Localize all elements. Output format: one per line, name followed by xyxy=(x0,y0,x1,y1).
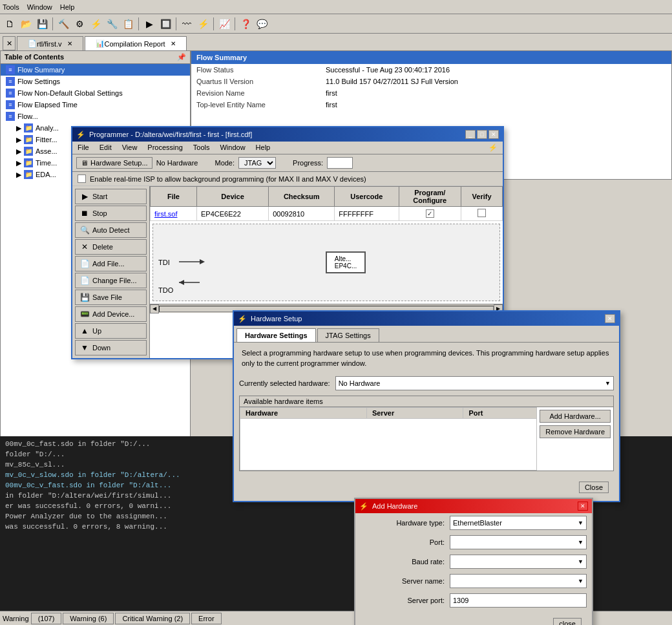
fitter-sidebar-icon: 📁 xyxy=(24,135,33,144)
svg-marker-1 xyxy=(200,259,205,264)
add-device-button[interactable]: 📟 Add Device... xyxy=(75,306,147,322)
verify-checkbox[interactable] xyxy=(478,209,486,217)
sidebar-item-flow-elapsed[interactable]: ≡ Flow Elapsed Time xyxy=(1,99,190,111)
flow-summary-title: Flow Summary xyxy=(196,54,247,61)
tab-rtl[interactable]: 📄 rtl/first.v ✕ xyxy=(17,36,83,50)
programmer-table: File Device Checksum Usercode Program/Co… xyxy=(150,186,503,221)
hw-setup-close-btn[interactable]: ✕ xyxy=(605,314,615,323)
add-file-button[interactable]: 📄 Add File... xyxy=(75,256,147,271)
program-cell[interactable]: ✓ xyxy=(399,207,461,221)
sidebar-title-text: Table of Contents xyxy=(5,53,64,61)
tab-hardware-settings[interactable]: Hardware Settings xyxy=(236,328,316,342)
sidebar-item-flow-summary[interactable]: ≡ Flow Summary xyxy=(1,64,190,76)
add-hardware-button[interactable]: Add Hardware... xyxy=(540,410,611,423)
open-icon[interactable]: 📂 xyxy=(19,17,33,31)
remove-hardware-button[interactable]: Remove Hardware xyxy=(540,425,611,438)
new-icon[interactable]: 🗋 xyxy=(3,17,17,31)
auto-detect-button[interactable]: 🔍 Auto Detect xyxy=(75,222,147,238)
hw-setup-titlebar[interactable]: ⚡ Hardware Setup ✕ xyxy=(234,312,619,326)
table-row: first.sof EP4CE6E22 00092810 FFFFFFFF ✓ xyxy=(151,207,503,221)
status-tab-107[interactable]: (107) xyxy=(31,613,62,624)
programmer-close-btn[interactable]: ✕ xyxy=(488,130,499,139)
stop-button[interactable]: ⏹ Stop xyxy=(75,206,147,221)
menu-tools[interactable]: Tools xyxy=(3,3,19,11)
compile-icon[interactable]: 🔨 xyxy=(56,17,70,31)
sidebar-item-flow-nondefs[interactable]: ≡ Flow Non-Default Global Settings xyxy=(1,87,190,99)
fitter-icon[interactable]: 🔧 xyxy=(105,17,119,31)
programmer-titlebar[interactable]: ⚡ Programmer - D:/altera/wei/first/first… xyxy=(72,127,503,142)
help-icon[interactable]: ❓ xyxy=(238,17,253,31)
support-icon[interactable]: 💬 xyxy=(255,17,269,31)
rtl-icon[interactable]: 🔲 xyxy=(158,17,173,31)
server-port-input[interactable] xyxy=(450,593,587,608)
tab-rtl-close[interactable]: ✕ xyxy=(67,40,72,47)
flow-row-revision: Revision Name first xyxy=(191,87,671,99)
add-hw-close-btn[interactable]: ✕ xyxy=(578,502,588,511)
verify-cell[interactable] xyxy=(461,207,503,221)
file-cell[interactable]: first.sof xyxy=(151,207,197,221)
port-select[interactable]: ▼ xyxy=(450,535,587,549)
menu-help[interactable]: Help xyxy=(60,3,75,11)
close-all-icon[interactable]: ✕ xyxy=(3,36,16,50)
baud-rate-select[interactable]: ▼ xyxy=(450,555,587,569)
device-box-altera: Alte... xyxy=(335,255,357,262)
status-tab-warning[interactable]: Warning (6) xyxy=(63,613,114,624)
tab-compilation[interactable]: 📊 Compilation Report ✕ xyxy=(85,36,187,50)
change-file-button[interactable]: 📄 Change File... xyxy=(75,273,147,288)
svg-marker-3 xyxy=(179,280,184,285)
tab-jtag-settings[interactable]: JTAG Settings xyxy=(317,328,379,342)
add-hw-close-bottom-btn[interactable]: close xyxy=(553,618,582,625)
sidebar-item-label: Flow Elapsed Time xyxy=(17,101,78,109)
isp-checkbox[interactable] xyxy=(78,175,86,183)
add-hw-titlebar[interactable]: ⚡ Add Hardware ✕ xyxy=(355,499,592,513)
programmer-maximize-btn[interactable]: □ xyxy=(477,130,487,139)
mode-select[interactable]: JTAG xyxy=(238,157,276,169)
currently-selected-dropdown[interactable]: No Hardware ▼ xyxy=(335,376,614,390)
available-hardware-layout: Hardware Server Port Add Hardware... Rem… xyxy=(240,407,613,471)
start-button[interactable]: ▶ Start xyxy=(75,189,147,204)
delete-button[interactable]: ✕ Delete xyxy=(75,239,147,255)
analy-icon: 📁 xyxy=(24,123,33,132)
prog-menu-help[interactable]: Help xyxy=(253,143,273,153)
powersim-icon[interactable]: ⚡ xyxy=(196,17,210,31)
save-icon[interactable]: 💾 xyxy=(35,17,49,31)
available-hardware-header: Available hardware items xyxy=(240,396,613,407)
status-tab-error[interactable]: Error xyxy=(191,613,221,624)
save-file-button[interactable]: 💾 Save File xyxy=(75,290,147,305)
program-icon[interactable]: ▶ xyxy=(142,17,156,31)
add-file-label: Add File... xyxy=(92,260,125,268)
sidebar-item-flow5[interactable]: ≡ Flow... xyxy=(1,111,190,122)
prog-menu-file[interactable]: File xyxy=(75,143,92,153)
prog-menu-processing[interactable]: Processing xyxy=(145,143,185,153)
hw-type-select[interactable]: EthernetBlaster ▼ xyxy=(450,516,587,530)
prog-menu-window[interactable]: Window xyxy=(217,143,247,153)
server-name-select[interactable]: ▼ xyxy=(450,574,587,588)
hw-setup-close-bottom-btn[interactable]: Close xyxy=(579,482,609,493)
prog-menu-edit[interactable]: Edit xyxy=(97,143,114,153)
save-file-icon: 💾 xyxy=(79,292,90,302)
menu-window[interactable]: Window xyxy=(27,3,52,11)
synth-icon[interactable]: ⚡ xyxy=(89,17,103,31)
tab-compilation-close[interactable]: ✕ xyxy=(171,40,176,47)
up-button[interactable]: ▲ Up xyxy=(75,323,147,339)
flow-summary-icon: ≡ xyxy=(6,65,15,74)
sidebar-pin-icon[interactable]: 📌 xyxy=(177,53,186,61)
checkbox-label[interactable]: Enable real-time ISP to allow background… xyxy=(78,175,498,183)
tdi-label: TDI xyxy=(158,259,170,266)
programmer-minimize-btn[interactable]: _ xyxy=(465,130,476,139)
analyze-icon[interactable]: ⚙ xyxy=(72,17,87,31)
status-tab-critical[interactable]: Critical Warning (2) xyxy=(115,613,190,624)
netsim-icon[interactable]: 〰 xyxy=(180,17,194,31)
signaltap-icon[interactable]: 📈 xyxy=(217,17,231,31)
sidebar-item-flow-settings[interactable]: ≡ Flow Settings xyxy=(1,76,190,87)
down-button[interactable]: ▼ Down xyxy=(75,340,147,355)
prog-menu-tools[interactable]: Tools xyxy=(191,143,213,153)
scroll-left-arrow[interactable]: ◀ xyxy=(150,304,159,313)
asm-icon[interactable]: 📋 xyxy=(121,17,135,31)
prog-menu-view[interactable]: View xyxy=(120,143,140,153)
flow-key-revision: Revision Name xyxy=(191,87,320,99)
col-usercode: Usercode xyxy=(335,187,399,207)
sidebar-item-label: EDA... xyxy=(36,171,56,178)
program-checkbox[interactable]: ✓ xyxy=(426,209,434,218)
hardware-setup-button[interactable]: 🖥 Hardware Setup... xyxy=(76,157,152,169)
